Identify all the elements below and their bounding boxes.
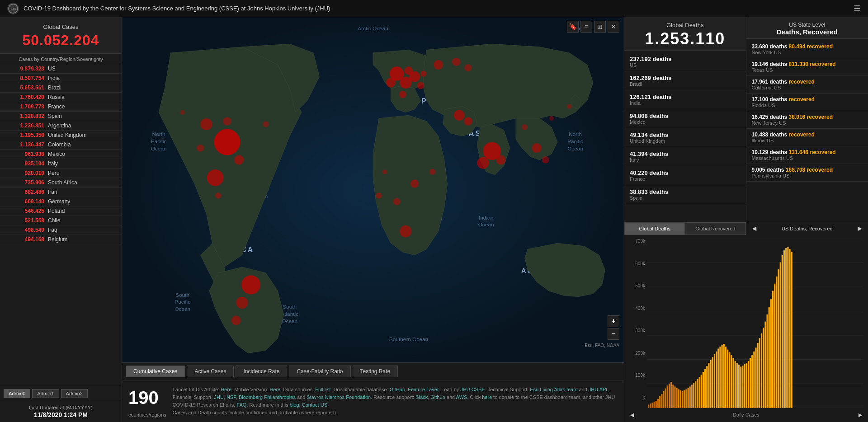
country-list-item[interactable]: 935.104Italy bbox=[0, 159, 122, 169]
death-count: 49.134 deaths bbox=[630, 131, 741, 138]
country-list-item[interactable]: 5.653.561Brazil bbox=[0, 83, 122, 93]
country-list-item[interactable]: 8.507.754India bbox=[0, 74, 122, 83]
country-name: Chile bbox=[48, 217, 60, 224]
country-list-item[interactable]: 961.938Mexico bbox=[0, 150, 122, 159]
zoom-out-button[interactable]: − bbox=[608, 328, 619, 340]
country-list-item[interactable]: 1.328.832Spain bbox=[0, 112, 122, 121]
country-list-item[interactable]: 1.195.350United Kingdom bbox=[0, 131, 122, 140]
jhu-csse-link[interactable]: JHU CSSE bbox=[460, 387, 485, 392]
country-list-item[interactable]: 920.010Peru bbox=[0, 169, 122, 178]
death-list-item[interactable]: 94.808 deathsMexico bbox=[624, 109, 746, 128]
country-list-item[interactable]: 1.760.420Russia bbox=[0, 93, 122, 102]
admin-tab-admin2[interactable]: Admin2 bbox=[61, 389, 88, 398]
close-icon[interactable]: ✕ bbox=[608, 21, 619, 33]
country-list-item[interactable]: 1.709.773France bbox=[0, 102, 122, 112]
svg-rect-113 bbox=[714, 354, 715, 408]
death-count: 41.394 deaths bbox=[630, 150, 741, 157]
country-list-item[interactable]: 1.136.447Colombia bbox=[0, 140, 122, 150]
lancet-link[interactable]: Here bbox=[221, 387, 231, 392]
svg-rect-95 bbox=[680, 390, 681, 408]
map-tab-cumulative-cases[interactable]: Cumulative Cases bbox=[126, 366, 185, 377]
us-state: Florida US bbox=[752, 103, 863, 108]
us-panel-prev[interactable]: ◄ bbox=[748, 225, 761, 233]
country-list-item[interactable]: 521.558Chile bbox=[0, 216, 122, 225]
github2-link[interactable]: Github bbox=[430, 394, 445, 400]
slack-link[interactable]: Slack bbox=[415, 394, 428, 400]
feature-layer-link[interactable]: Feature Layer bbox=[408, 387, 439, 392]
us-state-item[interactable]: 9.005 deaths 168.708 recoveredPennsylvan… bbox=[746, 164, 868, 182]
map-tab-active-cases[interactable]: Active Cases bbox=[187, 366, 234, 377]
map-tab-incidence-rate[interactable]: Incidence Rate bbox=[236, 366, 287, 377]
map-container[interactable]: 🔖 ≡ ⊞ ✕ Arctic Ocean Ocean North bbox=[122, 17, 624, 362]
us-state-item[interactable]: 17.100 deaths recoveredFlorida US bbox=[746, 94, 868, 111]
contact-link[interactable]: Contact US bbox=[302, 402, 327, 408]
svg-rect-145 bbox=[774, 284, 775, 408]
svg-rect-81 bbox=[654, 402, 655, 408]
chart-next-button[interactable]: ► bbox=[857, 411, 863, 418]
donate-link[interactable]: here bbox=[482, 394, 492, 400]
grid-icon[interactable]: ⊞ bbox=[594, 21, 606, 33]
data-sources-link[interactable]: Full list bbox=[315, 387, 330, 392]
country-list-item[interactable]: 669.140Germany bbox=[0, 197, 122, 206]
mobile-link[interactable]: Here bbox=[269, 387, 280, 392]
death-list-item[interactable]: 40.220 deathsFrance bbox=[624, 166, 746, 185]
country-list-item[interactable]: 682.486Iran bbox=[0, 188, 122, 197]
country-list-item[interactable]: 1.236.851Argentina bbox=[0, 121, 122, 131]
deaths-tab-global-deaths[interactable]: Global Deaths bbox=[624, 222, 685, 235]
country-name: South Africa bbox=[48, 179, 77, 186]
esri-link[interactable]: Esri Living Atlas team bbox=[530, 387, 577, 392]
us-state-item[interactable]: 16.425 deaths 38.016 recoveredNew Jersey… bbox=[746, 111, 868, 129]
us-state-item[interactable]: 19.146 deaths 811.330 recoveredTexas US bbox=[746, 58, 868, 76]
nsf-link[interactable]: NSF bbox=[226, 394, 236, 400]
us-state-item[interactable]: 10.129 deaths 131.646 recoveredMassachus… bbox=[746, 146, 868, 164]
svg-rect-104 bbox=[697, 379, 698, 408]
list-icon[interactable]: ≡ bbox=[580, 21, 592, 33]
country-count-box: 190 countries/regions Lancet Inf Dis Art… bbox=[128, 384, 618, 419]
country-list-item[interactable]: 546.425Poland bbox=[0, 206, 122, 216]
stavros-link[interactable]: Stavros Niarchos Foundation bbox=[307, 394, 371, 400]
bookmark-icon[interactable]: 🔖 bbox=[567, 21, 579, 33]
admin-tab-admin1[interactable]: Admin1 bbox=[32, 389, 59, 398]
deaths-tab-global-recovered[interactable]: Global Recovered bbox=[685, 222, 745, 235]
us-state-item[interactable]: 33.680 deaths 80.494 recoveredNew York U… bbox=[746, 41, 868, 58]
death-list-item[interactable]: 41.394 deathsItaly bbox=[624, 147, 746, 166]
faq-link[interactable]: FAQ bbox=[236, 402, 246, 408]
jhu-apl-link[interactable]: JHU APL bbox=[589, 387, 609, 392]
svg-rect-106 bbox=[701, 375, 702, 408]
svg-rect-153 bbox=[789, 249, 790, 408]
country-list-item[interactable]: 735.906South Africa bbox=[0, 178, 122, 188]
jhu-link[interactable]: JHU bbox=[214, 394, 224, 400]
map-tab-testing-rate[interactable]: Testing Rate bbox=[353, 366, 398, 377]
death-list-item[interactable]: 38.833 deathsSpain bbox=[624, 185, 746, 204]
map-tab-case-fatality-ratio[interactable]: Case-Fatality Ratio bbox=[289, 366, 350, 377]
info-bar: 190 countries/regions Lancet Inf Dis Art… bbox=[122, 380, 624, 422]
us-state-item[interactable]: 17.961 deaths recoveredCalifornia US bbox=[746, 76, 868, 94]
github-link[interactable]: GitHub bbox=[390, 387, 405, 392]
blog-link[interactable]: blog bbox=[290, 402, 299, 408]
country-list-item[interactable]: 9.879.323US bbox=[0, 64, 122, 74]
chart-prev-button[interactable]: ◄ bbox=[629, 411, 635, 418]
us-state: Illinois US bbox=[752, 138, 863, 143]
death-list-item[interactable]: 237.192 deathsUS bbox=[624, 52, 746, 71]
svg-rect-121 bbox=[729, 352, 730, 408]
svg-point-47 bbox=[399, 91, 406, 98]
aws-link[interactable]: AWS bbox=[456, 394, 467, 400]
country-list-item[interactable]: 498.549Iraq bbox=[0, 225, 122, 235]
death-country: France bbox=[630, 176, 741, 182]
death-list-item[interactable]: 49.134 deathsUnited Kingdom bbox=[624, 128, 746, 147]
svg-rect-112 bbox=[712, 357, 713, 408]
bloomberg-link[interactable]: Bloomberg Philanthropies bbox=[239, 394, 296, 400]
svg-rect-85 bbox=[661, 394, 662, 408]
svg-rect-89 bbox=[669, 384, 670, 408]
death-list-item[interactable]: 126.121 deathsIndia bbox=[624, 90, 746, 109]
zoom-in-button[interactable]: + bbox=[608, 315, 619, 327]
menu-icon[interactable]: ☰ bbox=[854, 4, 861, 14]
svg-point-45 bbox=[405, 66, 413, 75]
country-list-item[interactable]: 494.168Belgium bbox=[0, 235, 122, 244]
svg-text:Arctic Ocean: Arctic Ocean bbox=[358, 25, 388, 32]
us-state-item[interactable]: 10.488 deaths recoveredIllinois US bbox=[746, 129, 868, 146]
us-panel-next[interactable]: ► bbox=[854, 225, 866, 233]
death-list-item[interactable]: 162.269 deathsBrazil bbox=[624, 71, 746, 90]
admin-tab-admin0[interactable]: Admin0 bbox=[4, 389, 30, 398]
country-cases: 1.195.350 bbox=[4, 132, 44, 138]
